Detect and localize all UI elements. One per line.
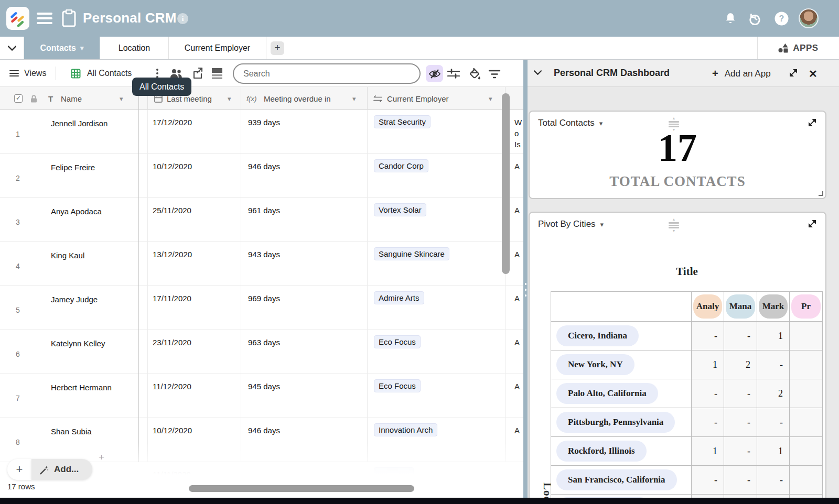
filter-icon[interactable] xyxy=(488,67,501,81)
help-icon[interactable]: ? xyxy=(775,12,788,25)
cell-employer-chip[interactable]: Sanguine Skincare xyxy=(374,247,449,260)
cell-name[interactable]: Shan Subia xyxy=(51,427,92,436)
cell-last-meeting[interactable]: 11/12/2020 xyxy=(153,382,191,391)
cell-last-meeting[interactable]: 10/12/2020 xyxy=(153,162,192,171)
apps-button[interactable]: APPS xyxy=(757,37,839,59)
column-overdue-caret-icon[interactable]: ▾ xyxy=(352,87,356,110)
notifications-bell-icon[interactable] xyxy=(724,12,737,25)
cell-employer-chip[interactable]: Candor Corp xyxy=(374,159,428,172)
column-header-employer[interactable]: Current Employer xyxy=(387,87,449,110)
cell-last-meeting[interactable]: 23/11/2020 xyxy=(153,338,191,347)
tab-location[interactable]: Location xyxy=(100,37,169,59)
add-record-button[interactable]: Add... xyxy=(31,459,92,480)
records-grid: ✓ T Name ▾ Last meeting ▾ f(x) Meeting o… xyxy=(0,87,523,498)
share-view-icon[interactable] xyxy=(191,67,203,80)
pivot-column-header: Mana xyxy=(724,292,757,322)
add-row-button[interactable]: + xyxy=(7,459,31,480)
pivot-row: San Francisco, California--- xyxy=(551,466,823,495)
cell-name[interactable]: Felipe Freire xyxy=(51,163,95,172)
tab-current-employer[interactable]: Current Employer xyxy=(169,37,266,59)
column-employer-caret-icon[interactable]: ▾ xyxy=(489,87,492,110)
dashboard-expand-icon[interactable] xyxy=(789,68,798,78)
cell-name[interactable]: Jamey Judge xyxy=(51,295,98,304)
column-header-name[interactable]: Name xyxy=(61,87,82,110)
cell-overdue[interactable]: 969 days xyxy=(248,294,280,303)
grid-vertical-scrollbar[interactable] xyxy=(502,93,510,274)
cell-name[interactable]: Anya Apodaca xyxy=(51,207,102,216)
color-fill-icon[interactable] xyxy=(468,67,481,81)
pivot-column-chip: Pr xyxy=(791,294,821,319)
row-card-icon[interactable] xyxy=(211,67,223,80)
cell-last-meeting[interactable]: 10/12/2020 xyxy=(153,426,192,435)
cell-last-meeting[interactable]: 25/11/2020 xyxy=(153,206,191,215)
current-view-button[interactable]: All Contacts xyxy=(71,67,132,80)
tab-contacts[interactable]: Contacts ▾ xyxy=(24,37,100,59)
cell-overdue[interactable]: 939 days xyxy=(248,118,280,127)
stackby-logo[interactable] xyxy=(6,7,29,30)
panel-resize-handle[interactable] xyxy=(523,60,528,498)
cell-employer-chip[interactable]: Admire Arts xyxy=(374,291,424,304)
cell-employer-chip[interactable]: Innovation Arch xyxy=(374,423,437,436)
dashboard-close-icon[interactable]: ✕ xyxy=(809,68,818,80)
cell-name[interactable]: King Kaul xyxy=(51,251,84,260)
cell-last-meeting[interactable]: 13/12/2020 xyxy=(153,250,192,259)
table-row[interactable]: 2Felipe Freire10/12/2020946 daysCandor C… xyxy=(0,154,523,198)
table-list-chevron[interactable] xyxy=(0,37,24,59)
cell-name[interactable]: Jennell Jordison xyxy=(51,119,107,128)
cell-overdue[interactable]: 945 days xyxy=(248,382,280,391)
dashboard-collapse-chevron-icon[interactable] xyxy=(534,70,542,75)
cell-overdue[interactable]: 961 days xyxy=(248,206,280,215)
cell-employer-chip[interactable]: Vortex Solar xyxy=(374,203,426,216)
cell-overdue[interactable]: 943 days xyxy=(248,250,280,259)
column-name-caret-icon[interactable]: ▾ xyxy=(120,87,123,110)
add-an-app-label: Add an App xyxy=(725,69,771,79)
card-expand-icon[interactable] xyxy=(808,118,817,127)
hide-fields-button[interactable] xyxy=(426,65,443,82)
search-input[interactable] xyxy=(243,69,401,79)
table-row[interactable]: 6Katelynn Kelley23/11/2020963 daysEco Fo… xyxy=(0,330,523,374)
views-button[interactable]: Views xyxy=(9,67,46,80)
cell-overdue[interactable]: 946 days xyxy=(248,426,280,435)
cell-employer-chip[interactable]: Eco Focus xyxy=(374,379,421,392)
grid-horizontal-scrollbar[interactable] xyxy=(189,485,414,492)
total-contacts-card-title[interactable]: Total Contacts ▾ xyxy=(538,118,603,128)
column-divider xyxy=(138,286,139,330)
column-divider xyxy=(147,330,148,374)
cell-employer-chip[interactable]: Eco Focus xyxy=(374,335,421,348)
history-icon[interactable] xyxy=(748,12,762,25)
cell-overdue[interactable]: 946 days xyxy=(248,162,280,171)
select-all-checkbox[interactable]: ✓ xyxy=(14,94,23,103)
pivot-value-cell: 2 xyxy=(724,350,757,379)
row-height-settings-icon[interactable] xyxy=(447,67,460,81)
card-expand-icon[interactable] xyxy=(808,219,817,228)
cell-last-meeting[interactable]: 17/12/2020 xyxy=(153,118,192,127)
main-menu-icon[interactable] xyxy=(37,13,52,24)
add-table-button[interactable]: + xyxy=(271,41,284,55)
pivot-card-title[interactable]: Pivot By Cities ▾ xyxy=(538,219,604,229)
table-row[interactable]: 1Jennell Jordison17/12/2020939 daysStrat… xyxy=(0,110,523,154)
table-row[interactable]: 5Jamey Judge17/11/2020969 daysAdmire Art… xyxy=(0,286,523,330)
table-row[interactable]: 3Anya Apodaca25/11/2020961 daysVortex So… xyxy=(0,198,523,242)
column-divider xyxy=(138,242,139,286)
pivot-value-cell: 1 xyxy=(692,350,724,379)
cell-overdue[interactable]: 963 days xyxy=(248,338,280,347)
card-resize-corner[interactable] xyxy=(819,191,823,196)
total-contacts-caret-icon: ▾ xyxy=(599,119,603,127)
table-row[interactable]: 7Herbert Hermann11/12/2020945 daysEco Fo… xyxy=(0,374,523,418)
cell-last-meeting[interactable]: 17/11/2020 xyxy=(153,294,191,303)
cell-employer-chip[interactable]: Strat Security xyxy=(374,115,431,128)
apps-dashboard-panel: Personal CRM Dashboard + Add an App ✕ To… xyxy=(523,60,839,498)
ghost-add-row-icon: + xyxy=(99,452,104,463)
table-row[interactable]: 4King Kaul13/12/2020943 daysSanguine Ski… xyxy=(0,242,523,286)
cell-next-column-clipped: WoIs xyxy=(514,117,522,150)
column-last-meeting-caret-icon[interactable]: ▾ xyxy=(228,87,231,110)
card-drag-handle-icon[interactable]: ▲▼ xyxy=(667,218,681,233)
add-an-app-button[interactable]: + Add an App xyxy=(712,68,771,80)
cell-name[interactable]: Katelynn Kelley xyxy=(51,339,105,348)
info-icon[interactable]: i xyxy=(177,13,188,24)
cell-name[interactable]: Herbert Hermann xyxy=(51,383,112,392)
pivot-value-cell: - xyxy=(724,379,757,408)
user-avatar[interactable] xyxy=(799,8,819,28)
column-header-overdue[interactable]: Meeting overdue in xyxy=(264,87,331,110)
pivot-value-cell: - xyxy=(724,408,757,437)
